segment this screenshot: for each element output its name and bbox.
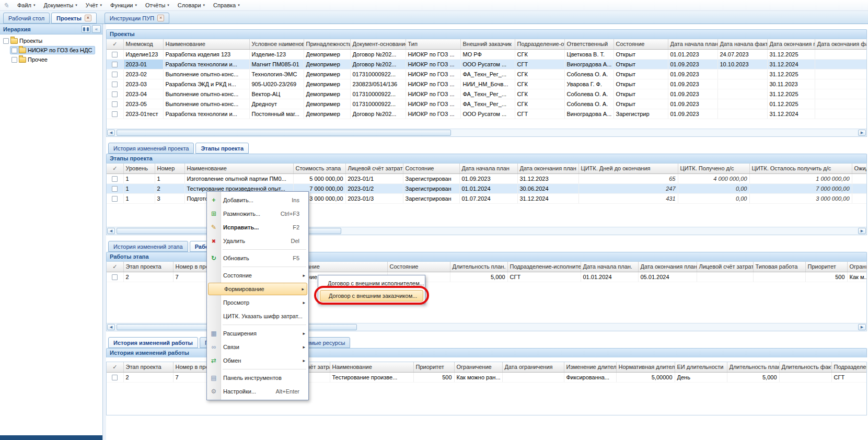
column-header-Дата окончания факт.[interactable]: Дата окончания факт. [815,39,867,49]
column-header-Дата начала план[interactable]: Дата начала план [459,164,517,173]
column-header-Наименование[interactable]: Наименование [184,164,293,173]
column-header-check[interactable]: ✓ [107,362,123,372]
menubar-item-Документы[interactable]: Документы▾ [39,0,81,10]
column-header-Ограничение[interactable]: Ограничение [454,362,502,372]
column-header-Наименование[interactable]: Наименование [330,362,413,372]
context-menu-item-Просмотр[interactable]: Просмотр▸ [207,296,308,309]
table-row[interactable]: Изделие123Разработка изделия 123Изделие-… [107,49,867,59]
context-menu-item-Добавить...[interactable]: Добавить...Ins [207,193,308,207]
horizontal-scrollbar[interactable]: ◀ ▶ [107,129,866,136]
row-checkbox[interactable] [112,176,118,182]
table-row[interactable]: 11Изготовление опытной партии ПМ0...5 00… [107,173,867,183]
row-checkbox[interactable] [112,101,118,107]
context-menu-item-Состояние[interactable]: Состояние▸ [207,269,308,282]
column-header-Дата ограничения[interactable]: Дата ограничения [502,362,564,372]
column-header-Дата начала факт.[interactable]: Дата начала факт. [717,39,767,49]
column-header-Наименование[interactable]: Наименование [163,39,249,49]
column-header-Стоимость этапа[interactable]: Стоимость этапа [293,164,345,173]
scroll-left-icon[interactable]: ◀ [107,324,115,330]
row-checkbox[interactable] [112,62,118,67]
column-header-Изменение длительности[interactable]: Изменение длительности [564,362,616,372]
column-header-Номер[interactable]: Номер [155,164,184,173]
row-checkbox[interactable] [112,52,118,57]
context-menu-item-Обмен[interactable]: Обмен▸ [207,354,308,367]
context-menu-item-ЦИТК. Указать шифр затрат...[interactable]: ЦИТК. Указать шифр затрат... [207,309,308,323]
tab-close-icon[interactable]: × [157,15,164,21]
context-menu-item-Исправить...[interactable]: Исправить...F2 [207,221,308,234]
column-header-Дата окончания план[interactable]: Дата окончания план [517,164,578,173]
column-header-Внешний заказчик[interactable]: Внешний заказчик [460,39,515,49]
tab-История изменений этапа[interactable]: История изменений этапа [108,241,188,252]
column-header-Длительность план[interactable]: Длительность план [727,362,779,372]
table-row[interactable]: 2023-04Выполнение опытно-конс...Вектор-А… [107,89,867,99]
column-header-Длительность план.[interactable]: Длительность план. [450,262,507,272]
column-header-Мнемокод[interactable]: Мнемокод [123,39,163,49]
tree-checkbox[interactable] [3,38,9,44]
context-menu-item-Связи[interactable]: Связи▸ [207,340,308,354]
column-header-ЦИТК. Получено д/с[interactable]: ЦИТК. Получено д/с [678,164,749,173]
column-header-check[interactable]: ✓ [107,262,123,272]
tab-Инструкции ПУП[interactable]: Инструкции ПУП× [105,13,169,24]
tree-node-Прочее[interactable]: Прочее [0,55,102,64]
table-row[interactable]: 2023-02Выполнение опытно-конс...Технолог… [107,69,867,79]
row-checkbox[interactable] [112,196,118,202]
column-header-check[interactable]: ✓ [107,39,123,49]
column-header-check[interactable]: ✓ [107,164,123,173]
row-checkbox[interactable] [112,91,118,97]
column-header-Дата начала план.[interactable]: Дата начала план. [581,262,638,272]
column-header-Длительность факт[interactable]: Длительность факт [779,362,831,372]
tab-Этапы проекта[interactable]: Этапы проекта [195,143,249,154]
menubar-item-Учёт[interactable]: Учёт▾ [82,0,106,10]
tab-История изменений работы[interactable]: История изменений работы [108,337,198,348]
column-header-Этап проекта[interactable]: Этап проекта [123,262,173,272]
tree-checkbox[interactable] [11,57,17,63]
column-header-Состояние[interactable]: Состояние [387,262,450,272]
menubar-item-Функции[interactable]: Функции▾ [106,0,141,10]
scroll-left-icon[interactable]: ◀ [107,228,115,234]
column-header-Нормативная длительность[interactable]: Нормативная длительность [616,362,675,372]
column-header-Подразделение[interactable]: Подразделение [831,362,867,372]
tree-node-НИОКР по ГОЗ без НДС[interactable]: НИОКР по ГОЗ без НДС [0,45,102,55]
menubar-item-Файл[interactable]: Файл▾ [13,0,40,10]
table-row[interactable]: 2023-01Разработка технологии и...Магнит … [107,59,867,69]
column-header-Принадлежность[interactable]: Принадлежность [304,39,350,49]
context-menu-item-Обновить[interactable]: ОбновитьF5 [207,251,308,265]
row-checkbox[interactable] [112,111,118,117]
scroll-right-icon[interactable]: ▶ [858,228,866,234]
context-menu-item-Формирование[interactable]: Формирование▸ [208,283,307,295]
column-header-Подразделение-исполнитель.[interactable]: Подразделение-исполнитель. [507,262,581,272]
context-menu-item-Размножить...[interactable]: Размножить...Ctrl+F3 [207,207,308,221]
row-checkbox[interactable] [112,375,118,380]
find-button[interactable] [82,25,90,33]
row-checkbox[interactable] [112,72,118,77]
column-header-Ограничение[interactable]: Ограничение [847,262,867,272]
table-row[interactable]: 2023-05Выполнение опытно-конс...Дредноут… [107,99,867,109]
column-header-Ожидае[interactable]: Ожидае [852,164,867,173]
column-header-ЕИ длительности[interactable]: ЕИ длительности [675,362,727,372]
column-header-Уровень[interactable]: Уровень [123,164,155,173]
table-row[interactable]: 2023-01тестРазработка технологии и...Пос… [107,109,867,119]
scrollbar-thumb[interactable] [117,130,451,136]
context-menu-item-Расширения[interactable]: Расширения▸ [207,327,308,340]
tab-История изменений проекта[interactable]: История изменений проекта [108,143,194,154]
column-header-Приоритет[interactable]: Приоритет [805,262,847,272]
column-header-Ответственный[interactable]: Ответственный [564,39,614,49]
column-header-Дата окончания план.[interactable]: Дата окончания план. [767,39,815,49]
tab-Проекты[interactable]: Проекты× [51,13,97,24]
scroll-left-icon[interactable]: ◀ [107,130,115,136]
column-header-Тип[interactable]: Тип [406,39,460,49]
collapse-panel-button[interactable]: « [92,25,101,33]
column-header-Приоритет[interactable]: Приоритет [413,362,454,372]
column-header-Дата окончания план[interactable]: Дата окончания план [638,262,697,272]
menubar-item-Словари[interactable]: Словари▾ [173,0,209,10]
column-header-Подразделение-ответственное[interactable]: Подразделение-ответственное [515,39,564,49]
column-header-Состояние[interactable]: Состояние [403,164,459,173]
column-header-Документ-основание[interactable]: Документ-основание [350,39,406,49]
tab-close-icon[interactable]: × [85,15,91,21]
row-checkbox[interactable] [112,82,118,87]
column-header-Дата начала план.[interactable]: Дата начала план. [668,39,717,49]
column-header-Лицевой счёт затрат[interactable]: Лицевой счёт затрат [345,164,403,173]
column-header-Состояние[interactable]: Состояние [614,39,668,49]
menubar-item-Справка[interactable]: Справка▾ [209,0,244,10]
context-menu-item-Настройки...[interactable]: Настройки...Alt+Enter [207,385,308,398]
